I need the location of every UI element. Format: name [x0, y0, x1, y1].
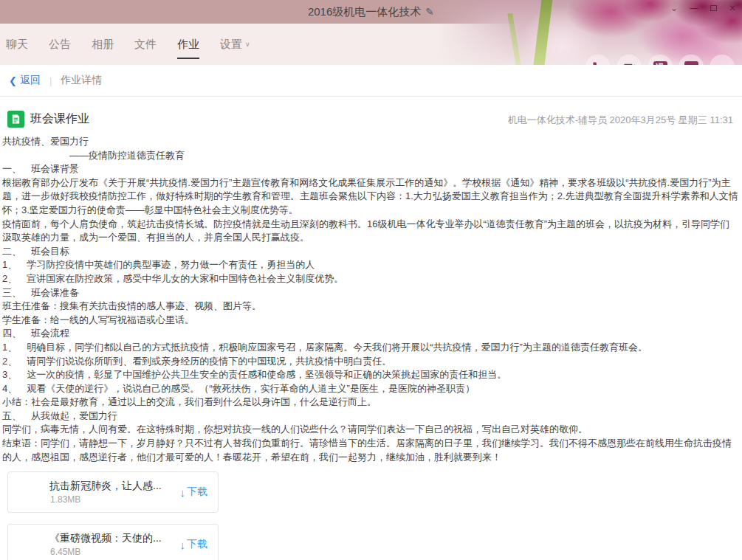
- attachment-card[interactable]: 《重磅微视频：天使的... 6.45MB ↓ 下载: [7, 524, 219, 560]
- plus-bubble-icon: +: [684, 61, 698, 66]
- back-button[interactable]: ❮ 返回: [9, 74, 41, 87]
- breadcrumb: ❮ 返回 | 作业详情: [0, 65, 742, 97]
- group-title: 2016级机电一体化技术: [308, 5, 421, 19]
- content-line: 学生准备：给一线的人写写祝福语或心里话。: [2, 314, 739, 328]
- tab-bar: 聊天 公告 相册 文件 作业 设置∨ 课: [0, 24, 742, 65]
- voice-call-button[interactable]: [585, 55, 611, 65]
- content-line: 4、 观看《天使的逆行》，说说自己的感受。（“救死扶伤，实行革命的人道主义”是医…: [2, 382, 739, 396]
- tab-album[interactable]: 相册: [81, 24, 124, 65]
- homework-detail: 班会课作业 机电一体化技术-辅导员 2020年3月25号 星期三 11:31 共…: [0, 111, 742, 560]
- content-line: 2、 请同学们说说你所听到、看到或亲身经历的疫情下的中国现况，共抗疫情中明白责任…: [2, 355, 739, 369]
- content-line: 疫情面前，每个人肩负使命，筑起抗击疫情长城。防控疫情就是生动且深刻的教科书。16…: [2, 218, 739, 245]
- tab-settings[interactable]: 设置∨: [210, 24, 261, 65]
- chevron-down-icon: ∨: [245, 41, 250, 48]
- attachment-name: 抗击新冠肺炎，让人感...: [49, 480, 162, 493]
- download-label: 下载: [187, 538, 207, 551]
- content-line: 三、 班会课准备: [2, 286, 739, 300]
- course-button[interactable]: 课: [647, 55, 673, 65]
- attachment-size: 6.45MB: [50, 547, 80, 557]
- content-line: 班主任准备：搜集有关抗击疫情的感人事迹、视频、图片等。: [2, 300, 739, 314]
- titlebar: 2016级机电一体化技术 ✎ ⌄ — ✕: [0, 0, 742, 24]
- content-line: 四、 班会流程: [2, 327, 739, 341]
- app-window: 2016级机电一体化技术 ✎ ⌄ — ✕ 聊天 公告 相册 文件 作业 设置∨: [0, 0, 742, 560]
- breadcrumb-current: 作业详情: [61, 74, 102, 87]
- maximize-icon[interactable]: [710, 5, 717, 11]
- content-line: 1、 明确目标，同学们都以自己的方式抵抗疫情，积极响应国家号召，居家隔离。今天我…: [2, 341, 739, 355]
- homework-meta: 机电一体化技术-辅导员 2020年3月25号 星期三 11:31: [508, 114, 733, 127]
- homework-title: 班会课作业: [30, 111, 89, 127]
- edit-title-icon[interactable]: ✎: [425, 6, 434, 18]
- content-line: 结束语：同学们，请静想一下，岁月静好？只不过有人替我们负重前行。请珍惜当下的生活…: [2, 437, 739, 464]
- homework-header: 班会课作业 机电一体化技术-辅导员 2020年3月25号 星期三 11:31: [7, 111, 735, 128]
- video-call-button[interactable]: [616, 55, 642, 65]
- back-label: 返回: [20, 74, 41, 87]
- content-line: 3、 这一次的疫情，彰显了中国维护公共卫生安全的责任感和使命感，坚强领导和正确的…: [2, 368, 739, 382]
- tab-list: 聊天 公告 相册 文件 作业 设置∨: [6, 24, 261, 65]
- chevron-left-icon: ❮: [9, 75, 17, 86]
- attachment-card[interactable]: 抗击新冠肺炎，让人感... 1.83MB ↓ 下载: [7, 471, 219, 513]
- video-camera-icon: [622, 61, 636, 66]
- tab-chat[interactable]: 聊天: [6, 24, 38, 65]
- homework-content: 共抗疫情、爱国力行 ——疫情防控道德责任教育 一、 班会课背景 根据教育部办公厅…: [0, 134, 742, 464]
- group-header: 2016级机电一体化技术 ✎ ⌄ — ✕ 聊天 公告 相册 文件 作业 设置∨: [0, 0, 742, 65]
- download-label: 下载: [187, 485, 207, 499]
- content-line: 2、 宣讲国家在防控政策，感受中华儿女的大家和中国特色社会主义制度优势。: [2, 272, 739, 286]
- content-line: 根据教育部办公厅发布《关于开展“共抗疫情.爱国力行”主题宣传教育和网络文化成果征…: [2, 176, 739, 218]
- add-app-button[interactable]: +: [679, 55, 704, 65]
- header-actions: 课 + •••: [585, 55, 735, 65]
- download-button[interactable]: ↓ 下载: [180, 538, 208, 551]
- tab-announcement[interactable]: 公告: [38, 24, 81, 65]
- close-icon[interactable]: ✕: [729, 3, 736, 13]
- homework-doc-icon: [7, 111, 24, 128]
- content-line: ——疫情防控道德责任教育: [2, 149, 739, 163]
- attachment-list: 抗击新冠肺炎，让人感... 1.83MB ↓ 下载 《重磅微视频：天使的... …: [7, 471, 742, 560]
- content-line: 1、 学习防控疫情中英雄们的典型事迹，努力做一个有责任，勇担当的人: [2, 258, 739, 272]
- download-arrow-icon: ↓: [180, 486, 186, 499]
- chevron-down-icon[interactable]: ⌄: [670, 3, 678, 13]
- content-line: 二、 班会目标: [2, 245, 739, 259]
- content-line: 五、 从我做起，爱国力行: [2, 409, 739, 424]
- download-arrow-icon: ↓: [180, 539, 186, 551]
- tab-files[interactable]: 文件: [124, 24, 167, 65]
- content-line: 小结：社会是最好教育，通过以上的交流，我们看到什么是以身许国，什么是逆行而上。: [2, 395, 739, 409]
- more-icon: •••: [716, 62, 729, 66]
- attachment-size: 1.83MB: [50, 494, 80, 505]
- attachment-name: 《重磅微视频：天使的...: [49, 532, 162, 545]
- minimize-icon[interactable]: —: [690, 3, 698, 13]
- content-line: 共抗疫情、爱国力行: [2, 135, 739, 149]
- course-bubble-icon: 课: [653, 61, 667, 66]
- content-line: 一、 班会课背景: [2, 162, 739, 176]
- tab-homework[interactable]: 作业: [167, 24, 210, 65]
- content-line: 同学们，病毒无情，人间有爱。在这特殊时期，你想对抗疫一线的人们说些什么？请同学们…: [2, 423, 739, 437]
- breadcrumb-separator: |: [49, 75, 52, 86]
- phone-icon: [591, 61, 605, 66]
- download-button[interactable]: ↓ 下载: [180, 485, 208, 499]
- more-button[interactable]: •••: [710, 55, 735, 65]
